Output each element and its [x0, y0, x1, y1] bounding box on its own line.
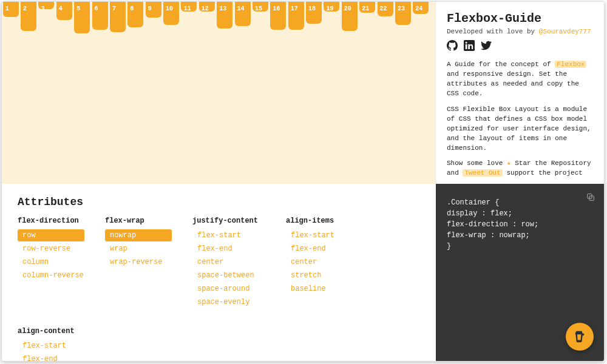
demo-box: 3: [38, 2, 54, 9]
attr-group-flex-wrap: flex-wrapnowrapwrapwrap-reverse: [105, 217, 184, 309]
demo-box: 24: [413, 2, 429, 14]
demo-box: 4: [56, 2, 72, 20]
code-line: flex-direction : row;: [447, 219, 593, 230]
attr-option[interactable]: nowrap: [105, 229, 172, 241]
code-line: .Container {: [447, 197, 593, 208]
attributes-heading: Attributes: [18, 196, 420, 208]
attr-option[interactable]: baseline: [286, 283, 353, 295]
code-line: flex-wrap : nowrap;: [447, 230, 593, 241]
attr-option[interactable]: column: [18, 256, 84, 268]
attr-option[interactable]: space-around: [192, 283, 259, 295]
intro-p1: A Guide for the concept of Flexbox and r…: [447, 60, 593, 99]
attr-group-align-content: align-contentflex-startflex-endcenter: [18, 327, 97, 361]
author-link[interactable]: @Souravdey777: [539, 28, 591, 35]
flexbox-link[interactable]: Flexbox: [555, 61, 586, 68]
buy-me-coffee-button[interactable]: [566, 323, 594, 351]
attr-heading: align-items: [286, 217, 365, 225]
attr-option[interactable]: flex-start: [18, 340, 84, 352]
demo-box: 12: [199, 2, 215, 12]
attr-heading: align-content: [18, 327, 97, 335]
demo-box: 23: [395, 2, 411, 25]
copy-icon[interactable]: [586, 192, 595, 202]
demo-box: 20: [342, 2, 358, 31]
intro-p3: Show some love ★ Star the Repository and…: [447, 159, 593, 178]
demo-box: 14: [235, 2, 251, 26]
attr-option[interactable]: space-between: [192, 269, 259, 281]
attr-option[interactable]: flex-end: [192, 243, 259, 255]
attr-option[interactable]: row: [18, 229, 84, 241]
demo-box: 18: [306, 2, 322, 24]
demo-box: 10: [163, 2, 179, 25]
attr-group-align-items: align-itemsflex-startflex-endcenterstret…: [286, 217, 365, 309]
linkedin-icon[interactable]: [464, 40, 475, 53]
attr-option[interactable]: flex-end: [18, 353, 84, 361]
demo-box: 19: [324, 2, 339, 12]
demo-box: 21: [359, 2, 375, 13]
demo-box: 15: [253, 2, 268, 12]
demo-box: 17: [288, 2, 304, 30]
attr-heading: flex-wrap: [105, 217, 184, 225]
attr-group-flex-direction: flex-directionrowrow-reversecolumncolumn…: [18, 217, 97, 309]
github-icon[interactable]: [447, 40, 458, 53]
demo-box: 2: [21, 2, 36, 31]
developed-by: Developed with love by @Souravdey777: [447, 28, 593, 35]
demo-box: 8: [127, 2, 143, 27]
demo-box: 16: [270, 2, 286, 30]
demo-box: 11: [181, 2, 197, 12]
attr-heading: justify-content: [192, 217, 277, 225]
attr-option[interactable]: flex-start: [192, 229, 259, 241]
attr-option[interactable]: stretch: [286, 269, 353, 281]
twitter-icon[interactable]: [481, 40, 492, 53]
attr-option[interactable]: wrap: [105, 243, 172, 255]
demo-box: 7: [110, 2, 126, 32]
demo-box: 13: [217, 2, 232, 29]
info-sidebar: Flexbox-Guide Developed with love by @So…: [436, 2, 604, 184]
attr-option[interactable]: center: [192, 256, 259, 268]
demo-box: 22: [378, 2, 393, 16]
attr-option[interactable]: space-evenly: [192, 296, 259, 308]
app-title: Flexbox-Guide: [447, 12, 593, 25]
social-icons: [447, 40, 593, 53]
code-line: display : flex;: [447, 208, 593, 219]
star-icon: ★: [507, 160, 511, 167]
code-line: }: [447, 241, 593, 252]
attr-option[interactable]: wrap-reverse: [105, 256, 172, 268]
demo-box: 5: [74, 2, 90, 33]
attr-option[interactable]: row-reverse: [18, 243, 84, 255]
attr-heading: flex-direction: [18, 217, 97, 225]
demo-box: 6: [92, 2, 108, 30]
attributes-panel: Attributes flex-directionrowrow-reversec…: [2, 184, 436, 361]
attr-option[interactable]: flex-start: [286, 229, 353, 241]
intro-p2: CSS Flexible Box Layout is a module of C…: [447, 105, 593, 153]
demo-box: 9: [146, 2, 161, 18]
attr-option[interactable]: column-reverse: [18, 269, 89, 281]
tweet-out-link[interactable]: Tweet Out: [463, 169, 502, 177]
attr-option[interactable]: center: [286, 256, 353, 268]
attr-group-justify-content: justify-contentflex-startflex-endcenters…: [192, 217, 277, 309]
demo-box: 1: [3, 2, 19, 17]
attr-option[interactable]: flex-end: [286, 243, 353, 255]
flex-demo-area: 123456789101112131415161718192021222324: [2, 2, 436, 184]
